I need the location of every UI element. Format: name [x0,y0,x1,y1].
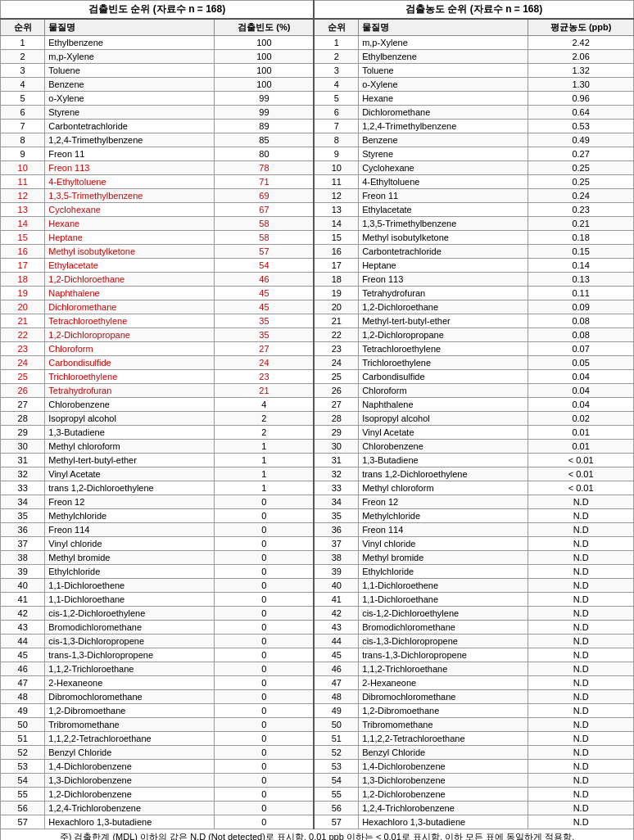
left-value: 24 [215,356,314,370]
right-value: 2.42 [528,36,634,50]
left-value: 99 [215,92,314,106]
left-substance: 1,2-Dichlorobenzene [45,788,215,802]
left-rank: 29 [1,426,45,440]
table-row: 53 1,4-Dichlorobenzene 0 53 1,4-Dichloro… [1,760,634,774]
left-substance: Freon 12 [45,495,215,509]
left-rank: 20 [1,300,45,314]
right-substance: 1,3,5-Trimethylbenzene [359,217,528,231]
left-rank: 27 [1,398,45,412]
right-value: N.D [528,607,634,621]
right-substance: 4-Ethyltoluene [359,175,528,189]
right-rank: 56 [314,802,358,815]
left-value: 57 [215,245,314,259]
left-value: 0 [215,523,314,537]
table-row: 42 cis-1,2-Dichloroethylene 0 42 cis-1,2… [1,607,634,621]
left-substance: Tetrachloroethylene [45,314,215,328]
right-substance: Hexachloro 1,3-butadiene [359,815,528,829]
left-value: 0 [215,788,314,802]
right-substance: Freon 12 [359,495,528,509]
right-value: N.D [528,746,634,760]
table-row: 6 Styrene 99 6 Dichloromethane 0.64 [1,106,634,120]
left-rank: 30 [1,440,45,454]
left-substance: cis-1,3-Dichloropropene [45,635,215,648]
right-rank: 47 [314,676,358,690]
right-substance: Ethylchloride [359,565,528,579]
left-rank: 7 [1,120,45,133]
right-substance: Dibromochloromethane [359,690,528,704]
right-rank: 15 [314,231,358,245]
left-value: 78 [215,161,314,175]
left-substance: Methyl bromide [45,551,215,565]
right-rank: 55 [314,788,358,802]
left-substance: 1,1,2-Trichloroethane [45,662,215,676]
left-value: 0 [215,607,314,621]
left-value: 23 [215,370,314,384]
left-rank: 42 [1,607,45,621]
table-row: 14 Hexane 58 14 1,3,5-Trimethylbenzene 0… [1,217,634,231]
col-substance: 물질명 [45,19,215,36]
right-value: N.D [528,593,634,607]
right-rank: 22 [314,328,358,342]
right-rank: 33 [314,481,358,495]
right-substance: Benzene [359,133,528,147]
left-substance: 1,2-Dichloroethane [45,273,215,287]
left-substance: Vinyl Acetate [45,467,215,481]
left-rank: 33 [1,481,45,495]
right-value: 0.21 [528,217,634,231]
right-value: N.D [528,495,634,509]
table-row: 15 Heptane 58 15 Methyl isobutylketone 0… [1,231,634,245]
right-substance: Methyl-tert-butyl-ether [359,314,528,328]
right-rank: 14 [314,217,358,231]
right-substance: Carbondisulfide [359,370,528,384]
table-row: 32 Vinyl Acetate 1 32 trans 1,2-Dichloro… [1,467,634,481]
left-rank: 41 [1,593,45,607]
left-rank: 8 [1,133,45,147]
left-substance: Ethylchloride [45,565,215,579]
right-rank: 29 [314,426,358,440]
right-rank: 36 [314,523,358,537]
table-row: 36 Freon 114 0 36 Freon 114 N.D [1,523,634,537]
right-value: 0.04 [528,370,634,384]
left-value: 35 [215,328,314,342]
left-substance: Freon 113 [45,161,215,175]
left-rank: 55 [1,788,45,802]
left-rank: 57 [1,815,45,829]
right-rank: 19 [314,287,358,300]
right-substance: 1,4-Dichlorobenzene [359,760,528,774]
right-substance: 1,2-Dichloropropane [359,328,528,342]
left-substance: 1,3-Dichlorobenzene [45,774,215,788]
left-substance: Freon 11 [45,147,215,161]
right-value: 2.06 [528,50,634,64]
right-rank: 32 [314,467,358,481]
left-value: 0 [215,579,314,593]
right-rank: 35 [314,509,358,523]
right-value: N.D [528,621,634,635]
left-value: 35 [215,314,314,328]
left-value: 100 [215,64,314,78]
right-substance: Toluene [359,64,528,78]
table-row: 9 Freon 11 80 9 Styrene 0.27 [1,147,634,161]
right-value: 0.11 [528,287,634,300]
right-rank: 16 [314,245,358,259]
table-row: 1 Ethylbenzene 100 1 m,p-Xylene 2.42 [1,36,634,50]
left-rank: 49 [1,704,45,718]
left-value: 2 [215,412,314,426]
right-rank: 25 [314,370,358,384]
left-section-header: 검출빈도 순위 (자료수 n = 168) [1,1,315,20]
left-rank: 15 [1,231,45,245]
right-rank: 52 [314,746,358,760]
right-rank: 49 [314,704,358,718]
right-substance: trans 1,2-Dichloroethylene [359,467,528,481]
left-substance: 1,4-Dichlorobenzene [45,760,215,774]
right-value: < 0.01 [528,454,634,467]
left-substance: Chlorobenzene [45,398,215,412]
section-header-row: 검출빈도 순위 (자료수 n = 168) 검출농도 순위 (자료수 n = 1… [1,1,634,20]
right-rank: 12 [314,189,358,203]
table-row: 21 Tetrachloroethylene 35 21 Methyl-tert… [1,314,634,328]
table-row: 35 Methylchloride 0 35 Methylchloride N.… [1,509,634,523]
table-row: 28 Isopropyl alcohol 2 28 Isopropyl alco… [1,412,634,426]
table-row: 56 1,2,4-Trichlorobenzene 0 56 1,2,4-Tri… [1,802,634,815]
right-value: N.D [528,802,634,815]
right-substance: Heptane [359,259,528,273]
right-rank: 24 [314,356,358,370]
